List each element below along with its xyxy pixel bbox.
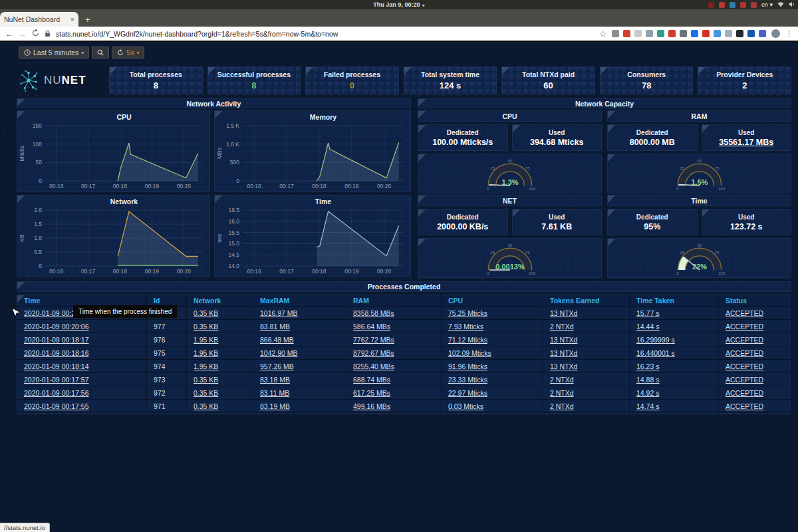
extension-icon-1[interactable] xyxy=(623,30,630,37)
capacity-title-ram[interactable]: iRAM xyxy=(607,110,791,122)
column-header-time[interactable]: Time xyxy=(17,295,147,306)
panel-info-icon[interactable]: i xyxy=(418,125,426,132)
cell-cpu[interactable]: 102.09 Mticks xyxy=(442,346,543,359)
bookmark-star-icon[interactable]: ☆ xyxy=(599,29,606,39)
mail-alert-icon[interactable] xyxy=(740,2,746,8)
cell-ram[interactable]: 617.25 MBs xyxy=(346,386,442,399)
panel-info-icon[interactable]: i xyxy=(306,67,313,74)
cell-status[interactable]: ACCEPTED xyxy=(719,333,792,346)
cell-time[interactable]: 2020-01-09 00:20:06 xyxy=(17,320,147,332)
panel-info-icon[interactable]: i xyxy=(608,209,615,217)
cell-time-taken[interactable]: 16.23 s xyxy=(630,360,719,372)
new-tab-button[interactable]: + xyxy=(85,15,90,27)
profile-avatar[interactable] xyxy=(771,29,780,38)
extension-icon-9[interactable] xyxy=(714,30,721,37)
os-clock[interactable]: Thu Jan 9, 00:20 ● xyxy=(373,1,424,8)
cell-time-taken[interactable]: 15.77 s xyxy=(630,307,719,319)
panel-info-icon[interactable]: i xyxy=(702,209,710,217)
panel-info-icon[interactable]: i xyxy=(208,67,215,74)
panel-info-icon[interactable]: i xyxy=(17,99,25,106)
cell-ram[interactable]: 8792.67 MBs xyxy=(346,346,442,359)
cell-time[interactable]: 2020-01-09 00:17:56 xyxy=(17,386,147,399)
cell-ram[interactable]: 688.74 MBs xyxy=(346,373,442,386)
panel-info-icon[interactable]: i xyxy=(17,196,25,203)
cell-tokens-earned[interactable]: 13 NTXd xyxy=(543,346,630,359)
extension-icon-4[interactable] xyxy=(657,30,664,37)
section-processes-completed[interactable]: Processes Completedi xyxy=(17,281,791,292)
language-indicator[interactable]: en ▾ xyxy=(761,1,773,8)
cell-time[interactable]: 2020-01-09 00:18:16 xyxy=(17,346,147,359)
cell-network[interactable]: 0.35 KB xyxy=(187,307,253,319)
cell-maxram[interactable]: 1016.97 MB xyxy=(253,307,346,319)
cell-network[interactable]: 0.35 KB xyxy=(187,400,253,412)
cell-ram[interactable]: 586.64 MBs xyxy=(346,320,442,332)
column-header-maxram[interactable]: MaxRAM xyxy=(253,295,346,306)
cell-network[interactable]: 1.95 KB xyxy=(187,360,253,372)
extension-icon-13[interactable] xyxy=(759,30,766,37)
panel-info-icon[interactable]: i xyxy=(215,196,222,203)
stat-label[interactable]: Total NTXd paid xyxy=(522,70,575,78)
volume-icon[interactable] xyxy=(789,1,795,9)
panel-info-icon[interactable]: i xyxy=(600,67,608,74)
extension-icon-11[interactable] xyxy=(736,30,743,37)
panel-info-icon[interactable]: i xyxy=(418,154,426,162)
cell-status[interactable]: ACCEPTED xyxy=(719,400,792,412)
panel-info-icon[interactable]: i xyxy=(17,111,25,118)
cell-tokens-earned[interactable]: 2 NTXd xyxy=(543,386,630,399)
refresh-picker[interactable]: 5s ▾ xyxy=(112,47,144,59)
cell-maxram[interactable]: 83.11 MB xyxy=(253,386,346,399)
time-range-picker[interactable]: Last 5 minutes ▾ xyxy=(19,47,89,59)
panel-info-icon[interactable]: i xyxy=(17,282,25,289)
column-header-status[interactable]: Status xyxy=(719,295,792,306)
panel-info-icon[interactable]: i xyxy=(608,111,615,118)
column-header-id[interactable]: Id xyxy=(147,295,187,306)
capacity-title-cpu[interactable]: iCPU xyxy=(418,110,602,122)
flag-notification-icon[interactable] xyxy=(751,2,757,8)
cell-status[interactable]: ACCEPTED xyxy=(719,307,792,319)
builder-tool-icon[interactable] xyxy=(730,2,735,8)
cell-network[interactable]: 0.35 KB xyxy=(187,320,253,332)
capacity-title-time[interactable]: iTime xyxy=(607,195,791,206)
panel-info-icon[interactable]: i xyxy=(513,125,520,132)
panel-info-icon[interactable]: i xyxy=(608,154,615,162)
cell-status[interactable]: ACCEPTED xyxy=(719,360,792,372)
url-text[interactable]: stats.nunet.io/d/Y_WGdnf2k/nunet-dashboa… xyxy=(56,30,594,38)
cell-cpu[interactable]: 0.03 Mticks xyxy=(442,400,543,412)
panel-info-icon[interactable]: i xyxy=(418,111,426,118)
panel-info-icon[interactable]: i xyxy=(608,196,615,203)
extension-icon-2[interactable] xyxy=(634,30,642,37)
cell-maxram[interactable]: 83.81 MB xyxy=(253,320,346,332)
padlock-icon[interactable] xyxy=(45,28,51,40)
column-header-time-taken[interactable]: Time Taken xyxy=(630,295,719,306)
stat-label[interactable]: Total processes xyxy=(130,70,182,78)
cell-cpu[interactable]: 91.96 Mticks xyxy=(442,360,543,372)
cell-status[interactable]: ACCEPTED xyxy=(719,373,792,386)
rocket-launcher-icon[interactable] xyxy=(719,2,725,8)
back-button[interactable]: ← xyxy=(5,30,13,38)
extension-icon-8[interactable] xyxy=(702,30,710,37)
stat-label[interactable]: Successful processes xyxy=(217,70,291,78)
cell-tokens-earned[interactable]: 2 NTXd xyxy=(543,400,630,412)
panel-info-icon[interactable]: i xyxy=(418,99,426,106)
stat-label[interactable]: Provider Devices xyxy=(716,70,773,78)
extension-icon-3[interactable] xyxy=(646,30,653,37)
extension-icon-5[interactable] xyxy=(668,30,676,37)
cell-time-taken[interactable]: 14.88 s xyxy=(630,373,719,386)
cell-network[interactable]: 0.35 KB xyxy=(187,386,253,399)
column-header-tokens-earned[interactable]: Tokens Earned xyxy=(543,295,630,306)
cell-time-taken[interactable]: 14.44 s xyxy=(630,320,719,332)
cell-tokens-earned[interactable]: 2 NTXd xyxy=(543,373,630,386)
section-network-capacity[interactable]: Network Capacityi xyxy=(418,98,791,108)
panel-info-icon[interactable]: i xyxy=(513,209,520,217)
cell-time[interactable]: 2020-01-09 00:17:57 xyxy=(17,373,147,386)
cell-ram[interactable]: 7762.72 MBs xyxy=(346,333,442,346)
panel-info-icon[interactable]: i xyxy=(418,196,426,203)
extension-icon-6[interactable] xyxy=(680,30,687,37)
panel-info-icon[interactable]: i xyxy=(404,67,412,74)
extension-icon-10[interactable] xyxy=(725,30,732,37)
panel-info-icon[interactable]: i xyxy=(698,67,706,74)
panel-info-icon[interactable]: i xyxy=(702,125,710,132)
stat-label[interactable]: Total system time xyxy=(421,70,479,78)
reload-button[interactable] xyxy=(32,29,39,38)
panel-info-icon[interactable]: i xyxy=(17,295,25,303)
